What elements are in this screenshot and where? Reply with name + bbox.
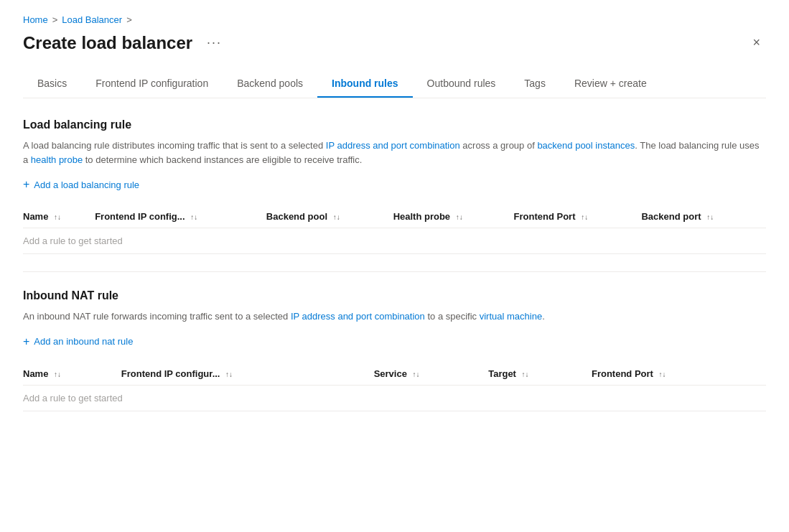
- tab-review-create[interactable]: Review + create: [560, 70, 661, 98]
- lb-desc-part1: A load balancing rule distributes incomi…: [23, 140, 326, 151]
- tab-outbound-rules[interactable]: Outbound rules: [413, 70, 510, 98]
- tab-inbound-rules[interactable]: Inbound rules: [317, 70, 413, 98]
- col-name[interactable]: Name ↑↓: [23, 205, 95, 228]
- load-balancing-rule-desc: A load balancing rule distributes incomi…: [23, 139, 766, 167]
- inbound-nat-rule-table: Name ↑↓ Frontend IP configur... ↑↓ Servi…: [23, 363, 766, 411]
- load-balancing-rule-title: Load balancing rule: [23, 118, 766, 131]
- tab-frontend-ip[interactable]: Frontend IP configuration: [81, 70, 223, 98]
- nat-table-header-row: Name ↑↓ Frontend IP configur... ↑↓ Servi…: [23, 363, 766, 386]
- col-backend-port[interactable]: Backend port ↑↓: [641, 205, 766, 228]
- nat-desc-part2: to a specific: [425, 311, 480, 322]
- col-health-probe[interactable]: Health probe ↑↓: [393, 205, 514, 228]
- add-load-balancing-rule-link[interactable]: + Add a load balancing rule: [23, 178, 766, 191]
- lb-desc-part2: across a group of: [460, 140, 538, 151]
- nat-desc-link2[interactable]: virtual machine: [480, 311, 542, 322]
- add-nat-rule-label: Add an inbound nat rule: [34, 336, 133, 347]
- nat-sort-icon-service: ↑↓: [413, 370, 420, 378]
- sort-icon-backend-port: ↑↓: [706, 213, 714, 221]
- nat-col-target[interactable]: Target ↑↓: [488, 363, 592, 386]
- breadcrumb-home[interactable]: Home: [23, 14, 48, 25]
- sort-icon-frontend-port: ↑↓: [581, 213, 588, 221]
- tabs-container: Basics Frontend IP configuration Backend…: [23, 70, 766, 98]
- breadcrumb-load-balancer[interactable]: Load Balancer: [62, 14, 122, 25]
- lb-desc-part4: to determine which backend instances are…: [83, 154, 362, 165]
- sort-icon-backend-pool: ↑↓: [333, 213, 340, 221]
- tab-tags[interactable]: Tags: [510, 70, 560, 98]
- sort-icon-name: ↑↓: [54, 213, 61, 221]
- close-button[interactable]: ×: [747, 32, 766, 53]
- nat-col-service[interactable]: Service ↑↓: [374, 363, 489, 386]
- page-title: Create load balancer: [23, 33, 192, 53]
- nat-desc-link1[interactable]: IP address and port combination: [291, 311, 425, 322]
- tab-basics[interactable]: Basics: [23, 70, 81, 98]
- inbound-nat-rule-section: Inbound NAT rule An inbound NAT rule for…: [23, 289, 766, 411]
- nat-rule-empty-row: Add a rule to get started: [23, 385, 766, 411]
- tab-backend-pools[interactable]: Backend pools: [223, 70, 317, 98]
- section-divider: [23, 271, 766, 272]
- table-header-row: Name ↑↓ Frontend IP config... ↑↓ Backend…: [23, 205, 766, 228]
- breadcrumb-separator-1: >: [52, 14, 58, 25]
- inbound-nat-rule-title: Inbound NAT rule: [23, 289, 766, 302]
- lb-rule-empty-text: Add a rule to get started: [23, 228, 766, 254]
- breadcrumb-separator-2: >: [126, 14, 132, 25]
- nat-col-frontend-port[interactable]: Frontend Port ↑↓: [592, 363, 766, 386]
- load-balancing-rule-table: Name ↑↓ Frontend IP config... ↑↓ Backend…: [23, 205, 766, 254]
- plus-icon: +: [23, 178, 29, 191]
- sort-icon-frontend-ip: ↑↓: [190, 213, 197, 221]
- col-frontend-ip[interactable]: Frontend IP config... ↑↓: [95, 205, 266, 228]
- nat-desc-part1: An inbound NAT rule forwards incoming tr…: [23, 311, 291, 322]
- nat-rule-empty-text: Add a rule to get started: [23, 385, 766, 411]
- add-inbound-nat-rule-link[interactable]: + Add an inbound nat rule: [23, 335, 766, 348]
- nat-sort-icon-frontend-port: ↑↓: [659, 370, 666, 378]
- nat-col-name[interactable]: Name ↑↓: [23, 363, 121, 386]
- breadcrumb: Home > Load Balancer >: [23, 14, 766, 25]
- nat-sort-icon-frontend-ip: ↑↓: [225, 370, 233, 378]
- nat-sort-icon-name: ↑↓: [54, 370, 61, 378]
- plus-icon-nat: +: [23, 335, 29, 348]
- ellipsis-button[interactable]: ···: [201, 32, 228, 53]
- lb-desc-link1[interactable]: IP address and port combination: [326, 140, 460, 151]
- nat-sort-icon-target: ↑↓: [522, 370, 529, 378]
- page-header: Create load balancer ··· ×: [23, 32, 766, 53]
- lb-desc-link3[interactable]: health probe: [31, 154, 83, 165]
- nat-desc-part3: .: [542, 311, 545, 322]
- col-frontend-port[interactable]: Frontend Port ↑↓: [514, 205, 642, 228]
- inbound-nat-rule-desc: An inbound NAT rule forwards incoming tr…: [23, 309, 766, 324]
- nat-col-frontend-ip[interactable]: Frontend IP configur... ↑↓: [121, 363, 374, 386]
- sort-icon-health-probe: ↑↓: [456, 213, 463, 221]
- col-backend-pool[interactable]: Backend pool ↑↓: [266, 205, 393, 228]
- load-balancing-rule-section: Load balancing rule A load balancing rul…: [23, 118, 766, 254]
- add-lb-rule-label: Add a load balancing rule: [34, 179, 139, 190]
- lb-desc-link2[interactable]: backend pool instances: [537, 140, 635, 151]
- lb-rule-empty-row: Add a rule to get started: [23, 228, 766, 254]
